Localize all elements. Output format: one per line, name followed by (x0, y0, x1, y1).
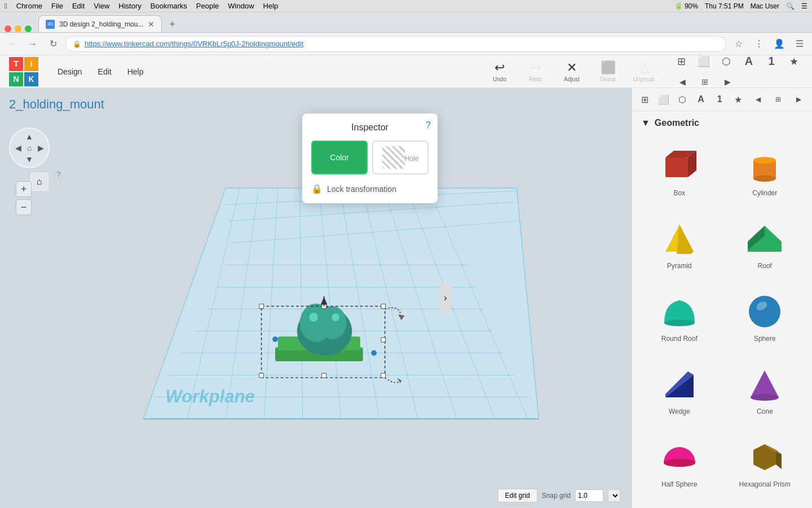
inspector-help-button[interactable]: ? (426, 120, 431, 130)
grid-view-btn[interactable]: ⊞ (637, 90, 653, 108)
star-icon[interactable]: ★ (785, 52, 803, 71)
help-menu-item[interactable]: Help (263, 2, 279, 10)
window-menu-item[interactable]: Window (228, 2, 254, 10)
history-menu-item[interactable]: History (118, 2, 141, 10)
shape-sphere[interactable]: Sphere (722, 285, 808, 358)
shape-half-sphere[interactable]: Half Sphere (637, 431, 722, 503)
number-btn[interactable]: 1 (712, 90, 728, 108)
active-tab[interactable]: 3D 3D design 2_holding_mou... ✕ (38, 15, 162, 32)
wedge-label: Wedge (669, 408, 690, 415)
maximize-window-btn[interactable] (25, 25, 32, 32)
color-option-button[interactable]: Color (311, 141, 368, 174)
shapes-panel: ⊞ ⬜ ⬡ A 1 ★ ◀ ⊞ ▶ ▼ Geometric (632, 88, 812, 508)
redo-label: Redo (529, 76, 542, 82)
pan-up-arrow[interactable]: ▲ (24, 131, 35, 142)
letter-btn[interactable]: A (693, 90, 709, 108)
ungroup-icon: △ (639, 60, 649, 75)
apple-menu[interactable]:  (5, 2, 7, 10)
cone-label: Cone (757, 408, 773, 415)
round-roof-label: Round Roof (661, 335, 698, 343)
sphere-view-icon[interactable]: ⬡ (717, 52, 735, 71)
ungroup-button[interactable]: △ Ungroup (627, 58, 661, 85)
view-menu-item[interactable]: View (94, 2, 109, 10)
edit-nav-item[interactable]: Edit (90, 64, 120, 80)
snap-unit-select[interactable] (608, 489, 620, 502)
orbit-home-icon[interactable]: ⌂ (24, 142, 35, 154)
edit-grid-button[interactable]: Edit grid (498, 489, 537, 502)
tab-close-btn[interactable]: ✕ (148, 20, 155, 29)
chrome-menu-item[interactable]: Chrome (16, 2, 42, 10)
search-icon[interactable]: 🔍 (786, 2, 795, 10)
file-menu-item[interactable]: File (51, 2, 63, 10)
roof-label: Roof (758, 262, 772, 270)
svg-point-29 (332, 313, 339, 321)
chrome-settings-icon[interactable]: ⋮ (751, 36, 767, 52)
redo-button[interactable]: ↪ Redo (519, 58, 553, 85)
edit-menu-item[interactable]: Edit (72, 2, 85, 10)
svg-point-49 (753, 157, 776, 164)
app-nav: Design Edit Help (50, 64, 152, 80)
undo-button[interactable]: ↩ Undo (483, 58, 517, 85)
viewport[interactable]: 2_holding_mount ▲ ◀ ⌂ ▶ ▼ (0, 88, 632, 508)
pan-down-arrow[interactable]: ▼ (24, 154, 35, 165)
right-toolbar: ⊞ ⬜ ⬡ A 1 ★ ◀ ⊞ ▶ (672, 52, 803, 91)
hex-prism-label: Hexagonal Prism (739, 480, 791, 488)
half-sphere-visual (660, 437, 699, 477)
shape-roof[interactable]: Roof (722, 212, 808, 285)
text-tool-icon[interactable]: A (740, 52, 758, 71)
back-button[interactable]: ← (5, 36, 20, 52)
app-container: T I N K Design Edit Help ↩ Undo ↪ Redo ✕… (0, 55, 812, 508)
logo-k: K (24, 72, 38, 86)
number-icon[interactable]: 1 (762, 52, 780, 71)
tinkercad-logo[interactable]: T I N K (9, 57, 38, 86)
shape-cone[interactable]: Cone (722, 358, 808, 431)
3d-box-icon[interactable]: ⬜ (695, 52, 713, 71)
group-button[interactable]: ⬛ Group (591, 58, 625, 85)
sphere-shapes-btn[interactable]: ⬡ (674, 90, 690, 108)
color-label: Color (330, 153, 348, 162)
shape-cylinder[interactable]: Cylinder (722, 139, 808, 212)
panel-toggle-button[interactable]: › (440, 284, 451, 312)
hole-option-button[interactable]: Hole (372, 141, 429, 174)
cube-view-btn[interactable]: ⬜ (655, 90, 672, 108)
redo-icon: ↪ (531, 60, 541, 75)
pan-left-arrow[interactable]: ◀ (12, 142, 24, 154)
shape-hex-prism[interactable]: Hexagonal Prism (722, 431, 808, 503)
favorite-btn[interactable]: ★ (730, 90, 747, 108)
minimize-window-btn[interactable] (15, 25, 21, 32)
bookmarks-menu-item[interactable]: Bookmarks (151, 2, 187, 10)
project-title: 2_holding_mount (9, 97, 104, 112)
close-window-btn[interactable] (5, 25, 11, 32)
prev-page-btn[interactable]: ◀ (749, 90, 767, 108)
people-menu-item[interactable]: People (196, 2, 219, 10)
address-bar[interactable]: 🔒 https://www.tinkercad.com/things/0VRKb… (65, 36, 726, 52)
zoom-in-button[interactable]: + (16, 181, 32, 197)
box-visual (660, 146, 699, 186)
snap-grid-input[interactable] (575, 489, 603, 502)
notification-icon[interactable]: ☰ (801, 2, 807, 10)
grid-view-icon[interactable]: ⊞ (672, 52, 690, 71)
zoom-out-button[interactable]: − (16, 199, 32, 215)
shape-wedge[interactable]: Wedge (637, 358, 722, 431)
shape-round-roof[interactable]: Round Roof (637, 285, 722, 358)
shape-box[interactable]: Box (637, 139, 722, 212)
svg-rect-33 (259, 373, 264, 378)
new-tab-button[interactable]: + (164, 16, 180, 32)
next-page-btn[interactable]: ▶ (789, 90, 807, 108)
refresh-button[interactable]: ↻ (45, 36, 61, 52)
chrome-menu-icon[interactable]: ☰ (792, 36, 807, 52)
chrome-profile-icon[interactable]: 👤 (771, 36, 787, 52)
page-indicator-btn: ⊞ (769, 90, 787, 108)
shape-pyramid[interactable]: Pyramid (637, 212, 722, 285)
snap-grid-label: Snap grid (542, 492, 571, 500)
help-nav-item[interactable]: Help (120, 64, 152, 80)
design-nav-item[interactable]: Design (50, 64, 90, 80)
panel-collapse-icon[interactable]: ▼ (641, 118, 650, 128)
svg-point-54 (664, 319, 695, 326)
forward-button[interactable]: → (25, 36, 41, 52)
bookmark-star-icon[interactable]: ☆ (731, 36, 747, 52)
adjust-button[interactable]: ✕ Adjust (555, 58, 589, 85)
logo-i: I (24, 57, 38, 71)
svg-marker-51 (677, 225, 694, 254)
lock-transformation-toggle[interactable]: 🔒 Lock transformation (311, 183, 429, 194)
